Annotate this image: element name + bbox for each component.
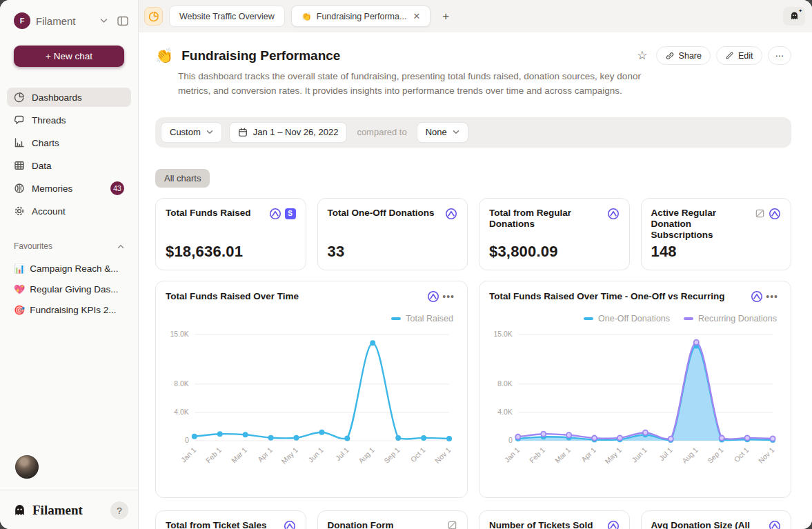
tab-label: Website Traffic Overview [179,12,275,21]
chart-card-one-off-vs-recurring[interactable]: Total Funds Raised Over Time - One-Off v… [479,281,791,498]
target-emoji-icon: 🎯 [14,305,25,315]
tab-close-icon[interactable]: ✕ [411,11,420,21]
sidebar-item-label: Dashboards [32,92,82,103]
favourites-list: 📊 Campaign Reach &... 💖 Regular Giving D… [7,259,131,319]
kpi-row: Total Funds Raised S $18,636.01 Total On… [155,198,791,270]
chart-card-total-funds-over-time[interactable]: Total Funds Raised Over Time ••• Total R… [155,281,468,498]
area-chart-one-off-vs-recurring[interactable]: 04.0K8.0K15.0KJan 1Feb 1Mar 1Apr 1May 1J… [489,326,781,477]
sidebar-toggle-icon[interactable] [117,16,128,26]
svg-text:Aug 1: Aug 1 [681,446,700,464]
svg-text:0: 0 [508,437,513,444]
range-type-dropdown[interactable]: Custom [161,122,222,143]
source-logo-icon [269,208,281,220]
kpi-title: Total from Ticket Sales [166,520,279,529]
app-window: F Filament + New chat Dashboards [0,0,812,529]
source-logo-icon [607,520,620,529]
sidebar-item-memories[interactable]: Memories 43 [7,179,131,198]
brain-icon [14,183,25,194]
line-chart-total-raised[interactable]: 04.0K8.0K15.0KJan 1Feb 1Mar 1Apr 1May 1J… [166,326,457,477]
page-emoji: 👏 [155,48,173,64]
sidebar-item-label: Account [32,206,66,217]
workspace-switcher[interactable]: F Filament [0,12,138,29]
favourite-item-fundraising-kpis[interactable]: 🎯 Fundraising KPIs 2... [7,301,131,319]
kpi-card-total-funds-raised[interactable]: Total Funds Raised S $18,636.01 [155,198,306,270]
new-chat-button[interactable]: + New chat [14,46,124,67]
chart-more-button[interactable]: ••• [439,291,457,302]
heart-emoji-icon: 💖 [14,284,25,295]
workspace-avatar[interactable]: F [14,12,30,29]
kpi-card-ticket-sales[interactable]: Total from Ticket Sales [155,510,306,529]
link-icon [665,51,675,61]
ellipsis-icon: ⋯ [775,50,784,61]
sidebar-item-account[interactable]: Account [7,201,131,221]
pencil-icon [725,51,734,60]
favourites-header[interactable]: Favourites [14,241,124,251]
sidebar-item-label: Memories [32,183,72,194]
workspace-home-button[interactable] [144,7,163,26]
legend-item-total-raised: Total Raised [391,314,453,323]
table-icon [14,160,25,171]
source-logo-icon [284,520,296,529]
kpi-card-active-subscriptions[interactable]: Active Regular Donation Subscriptions 14… [641,198,792,270]
compared-to-label: compared to [354,127,409,137]
bottom-cards-row: Total from Ticket Sales Donation Form Co… [155,510,791,529]
tab-website-traffic-overview[interactable]: Website Traffic Overview [169,6,285,27]
help-button[interactable]: ? [110,501,128,519]
legend-item-one-off: One-Off Donations [584,314,670,323]
sidebar-item-label: Data [32,161,52,171]
favourite-item-campaign-reach[interactable]: 📊 Campaign Reach &... [7,259,131,277]
user-avatar[interactable] [15,455,39,479]
share-button[interactable]: Share [656,46,711,65]
svg-text:Jun 1: Jun 1 [631,446,648,463]
sidebar-item-label: Threads [32,115,66,126]
memories-count-badge: 43 [110,181,124,195]
svg-text:Oct 1: Oct 1 [409,446,427,463]
ghost-logo-icon [12,503,27,518]
tab-fundraising-performance[interactable]: 👏 Fundraising Performa... ✕ [291,6,431,27]
source-logo-icon [751,290,763,303]
new-tab-button[interactable]: + [437,10,455,23]
sidebar-item-data[interactable]: Data [7,156,131,175]
all-charts-chip[interactable]: All charts [155,169,210,188]
sidebar-item-threads[interactable]: Threads [7,110,131,130]
chart-title: Total Funds Raised Over Time [166,291,427,301]
svg-text:8.0K: 8.0K [174,380,189,388]
edit-button[interactable]: Edit [716,46,762,65]
kpi-value: $18,636.01 [166,243,296,261]
assistant-ghost-button[interactable]: ✦ [783,7,805,26]
kpi-title: Number of Tickets Sold [489,520,603,529]
compare-dropdown[interactable]: None [417,122,468,143]
favourite-star-icon[interactable]: ☆ [637,48,647,63]
charts-row: Total Funds Raised Over Time ••• Total R… [155,281,791,498]
chart-more-button[interactable]: ••• [763,291,781,302]
tab-label: Fundraising Performa... [317,12,407,21]
svg-text:Jul 1: Jul 1 [657,446,673,462]
kpi-card-tickets-sold[interactable]: Number of Tickets Sold [479,510,630,529]
source-logo-icon [427,290,439,303]
sidebar-item-charts[interactable]: Charts [7,133,131,152]
favourite-item-regular-giving[interactable]: 💖 Regular Giving Das... [7,280,131,298]
date-range-picker[interactable]: Jan 1 – Nov 26, 2022 [229,122,348,143]
kpi-card-total-regular-donations[interactable]: Total from Regular Donations $3,800.09 [479,198,630,270]
chevron-down-icon [206,130,213,134]
svg-text:Feb 1: Feb 1 [204,446,223,464]
favourite-item-label: Fundraising KPIs 2... [30,305,116,315]
svg-text:May 1: May 1 [604,446,623,465]
more-options-button[interactable]: ⋯ [768,46,792,65]
chevron-down-icon[interactable] [100,18,108,23]
chevron-up-icon[interactable] [117,244,124,249]
bar-chart-icon [14,137,25,148]
kpi-card-total-one-off-donations[interactable]: Total One-Off Donations 33 [317,198,468,270]
sidebar-item-dashboards[interactable]: Dashboards [7,88,131,107]
svg-text:Mar 1: Mar 1 [230,446,248,464]
kpi-card-donation-form-conversion[interactable]: Donation Form Conversion [317,510,468,529]
brand-wordmark: Filament [32,503,83,518]
tab-bar: Website Traffic Overview 👏 Fundraising P… [139,0,812,32]
bar-chart-emoji-icon: 📊 [14,263,25,274]
clap-emoji-icon: 👏 [301,12,312,21]
svg-text:Oct 1: Oct 1 [733,446,751,463]
kpi-value: 148 [651,243,782,261]
kpi-card-avg-donation-size[interactable]: Avg Donation Size (All [641,510,792,529]
legend-swatch [584,317,593,320]
svg-text:Jul 1: Jul 1 [334,446,350,462]
